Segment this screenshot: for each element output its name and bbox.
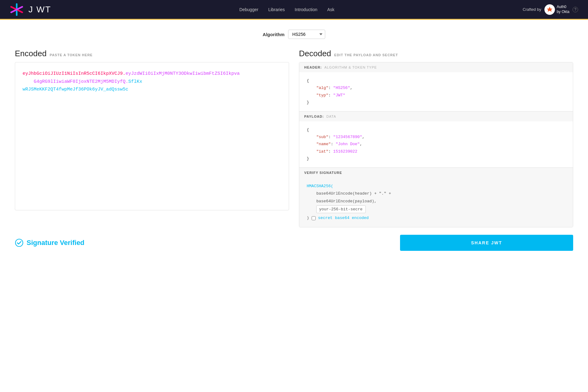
algorithm-select[interactable]: HS256 HS384 HS512 RS256: [288, 30, 325, 39]
verify-checkbox-row: ) secret base64 encoded: [307, 214, 565, 222]
auth0-text: Auth0by Okta: [557, 5, 569, 14]
payload-iat-key: "iat": [316, 149, 328, 154]
decoded-header: Decoded EDIT THE PAYLOAD AND SECRET: [299, 49, 573, 58]
help-button[interactable]: ?: [573, 7, 578, 12]
header-typ-value: "JWT": [333, 93, 345, 98]
token-dot1: .: [123, 71, 126, 76]
secret-input[interactable]: [316, 205, 366, 213]
header-typ-key: "typ": [316, 93, 328, 98]
nav-link-debugger[interactable]: Debugger: [239, 7, 258, 12]
col-decoded: Decoded EDIT THE PAYLOAD AND SECRET HEAD…: [299, 49, 573, 227]
payload-sublabel: DATA: [326, 115, 336, 118]
nav-right: Crafted by Auth0by Okta ?: [523, 4, 578, 15]
header-open-brace: {: [307, 78, 309, 83]
navbar: J WT Debugger Libraries Introduction Ask…: [0, 0, 588, 20]
payload-sub-value: "1234567890": [333, 135, 362, 139]
nav-logo-text: J WT: [28, 5, 51, 15]
encoded-box[interactable]: eyJhbGciOiJIUzI1NiIsInR5cCI6IkpXVCJ9.eyJ…: [15, 62, 289, 210]
main-content: Algorithm HS256 HS384 HS512 RS256 Encode…: [0, 20, 588, 261]
nav-link-introduction[interactable]: Introduction: [295, 7, 317, 12]
base64-checkbox[interactable]: [312, 216, 316, 220]
decoded-payload-label: PAYLOAD: DATA: [299, 112, 573, 121]
header-sublabel: ALGORITHM & TOKEN TYPE: [324, 65, 377, 69]
encoded-title: Encoded: [15, 49, 47, 58]
decoded-header-body[interactable]: { "alg": "HS256", "typ": "JWT" }: [299, 72, 573, 111]
payload-label-bold: PAYLOAD:: [304, 115, 324, 118]
algorithm-label: Algorithm: [263, 32, 285, 37]
decoded-verify-label: VERIFY SIGNATURE: [299, 168, 573, 178]
crafted-by-label: Crafted by: [523, 7, 541, 12]
header-alg-key: "alg": [316, 86, 328, 90]
token-part1-red: eyJhbGciOiJIUzI1NiIsInR5cCI6IkpXVCJ9: [23, 71, 123, 76]
payload-name-value: "John Doe": [336, 142, 360, 146]
base64-checkbox-label: secret base64 encoded: [318, 214, 369, 222]
auth0-brand: Auth0by Okta: [544, 4, 569, 15]
payload-name-key: "name": [316, 142, 331, 146]
verify-close-paren: ): [307, 214, 309, 222]
verify-fn: HMACSHA256(: [307, 184, 333, 188]
decoded-title: Decoded: [299, 49, 331, 58]
auth0-svg: [546, 6, 553, 13]
payload-sub-key: "sub": [316, 135, 328, 139]
header-close-brace: }: [307, 100, 309, 105]
encoded-subtitle: PASTE A TOKEN HERE: [50, 53, 93, 57]
columns: Encoded PASTE A TOKEN HERE eyJhbGciOiJIU…: [15, 49, 573, 227]
decoded-subtitle: EDIT THE PAYLOAD AND SECRET: [334, 53, 398, 57]
payload-iat-value: 1516239022: [333, 149, 357, 154]
decoded-panel: HEADER: ALGORITHM & TOKEN TYPE { "alg": …: [299, 62, 573, 227]
decoded-verify-section: VERIFY SIGNATURE HMACSHA256( base64UrlEn…: [299, 168, 573, 227]
verify-section-body: HMACSHA256( base64UrlEncode(header) + ".…: [299, 178, 573, 227]
decoded-header-label: HEADER: ALGORITHM & TOKEN TYPE: [299, 62, 573, 72]
nav-link-libraries[interactable]: Libraries: [268, 7, 285, 12]
col-encoded: Encoded PASTE A TOKEN HERE eyJhbGciOiJIU…: [15, 49, 289, 210]
decoded-payload-body[interactable]: { "sub": "1234567890", "name": "John Doe…: [299, 121, 573, 167]
share-jwt-button[interactable]: SHARE JWT: [400, 235, 573, 251]
decoded-payload-section: PAYLOAD: DATA { "sub": "1234567890", "na…: [299, 112, 573, 168]
payload-open-brace: {: [307, 128, 309, 132]
signature-verified: Signature Verified: [15, 238, 84, 247]
header-label-bold: HEADER:: [304, 65, 322, 69]
payload-close-brace: }: [307, 156, 309, 161]
verify-label-bold: VERIFY SIGNATURE: [304, 171, 342, 175]
algorithm-row: Algorithm HS256 HS384 HS512 RS256: [15, 30, 573, 39]
verify-line2: base64UrlEncode(header) + "." +: [316, 191, 391, 196]
svg-point-3: [15, 239, 23, 247]
encoded-header: Encoded PASTE A TOKEN HERE: [15, 49, 289, 58]
footer-row: Signature Verified SHARE JWT: [15, 235, 573, 251]
nav-links: Debugger Libraries Introduction Ask: [239, 7, 334, 12]
verify-line3: base64UrlEncode(payload),: [316, 199, 377, 204]
nav-left: J WT: [10, 3, 51, 16]
header-alg-value: "HS256": [333, 86, 350, 90]
nav-link-ask[interactable]: Ask: [327, 7, 334, 12]
token-dot2: .: [126, 79, 128, 84]
jwt-logo-icon: [10, 3, 23, 16]
decoded-header-section: HEADER: ALGORITHM & TOKEN TYPE { "alg": …: [299, 62, 573, 112]
auth0-icon: [544, 4, 555, 15]
verified-icon: [15, 238, 23, 247]
signature-verified-text: Signature Verified: [27, 239, 84, 247]
